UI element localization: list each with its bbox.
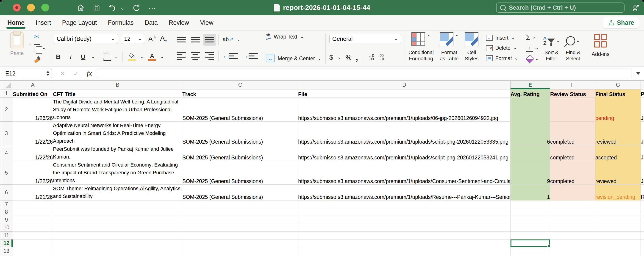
cell[interactable] <box>550 240 596 247</box>
cell[interactable] <box>53 255 182 256</box>
grow-font-button[interactable]: A＾ <box>148 35 157 43</box>
cell[interactable] <box>182 255 298 256</box>
cell[interactable] <box>182 232 298 240</box>
cell[interactable]: SOM-2025 (General Submissions) <box>182 145 298 161</box>
cell[interactable] <box>641 247 644 255</box>
find-select-button[interactable]: ⌄ Find &Select <box>566 32 580 65</box>
minimize-window-button[interactable] <box>27 4 35 12</box>
shrink-font-button[interactable]: A˅ <box>160 34 167 43</box>
cell[interactable]: Ju <box>641 145 644 161</box>
underline-button[interactable]: U <box>78 53 88 60</box>
column-header-e-selected[interactable]: E <box>510 81 550 90</box>
cell[interactable] <box>550 185 596 200</box>
cell[interactable] <box>13 247 53 255</box>
font-color-button[interactable]: A <box>148 53 157 61</box>
cell[interactable]: reviewed <box>596 122 641 145</box>
conditional-formatting-button[interactable]: ⌄ ConditionalFormatting <box>408 32 434 65</box>
row-header[interactable]: 9 <box>0 216 13 224</box>
wrap-text-button[interactable]: abc↩ Wrap Text ⌄ <box>266 33 322 40</box>
bold-button[interactable]: B <box>54 53 63 60</box>
cell[interactable] <box>596 232 641 240</box>
cell[interactable] <box>550 255 596 256</box>
formula-input[interactable] <box>97 68 632 78</box>
addins-button[interactable]: Add-ins <box>592 32 609 65</box>
cell[interactable] <box>53 247 182 255</box>
cell[interactable]: 9 <box>510 161 550 185</box>
cell[interactable]: 1/22/26 <box>13 122 53 145</box>
fill-button[interactable]: ↓ ⌄ <box>526 44 539 52</box>
align-left-button[interactable] <box>175 50 188 62</box>
save-icon[interactable] <box>93 4 100 12</box>
cell[interactable]: pending <box>596 98 641 122</box>
cell[interactable] <box>53 232 182 240</box>
name-box[interactable]: E12 <box>2 68 52 78</box>
currency-chevron-icon[interactable]: ⌄ <box>337 54 341 60</box>
borders-icon[interactable] <box>104 53 111 61</box>
fill-color-chevron-icon[interactable]: ⌄ <box>140 54 144 59</box>
row-header[interactable]: 5 <box>0 161 13 185</box>
cell[interactable]: Submitted On <box>13 90 53 98</box>
font-name-select[interactable]: Calibri (Body) ⌄ <box>54 34 118 44</box>
merge-center-button[interactable]: ↔ Merge & Center ⌄ <box>266 54 322 62</box>
cut-icon[interactable]: ✂ <box>34 33 46 40</box>
cell[interactable] <box>596 240 641 247</box>
cell[interactable]: revision_pending <box>596 185 641 200</box>
close-window-button[interactable] <box>13 4 21 12</box>
formula-bar-expand-icon[interactable] <box>636 72 640 75</box>
cell[interactable]: https://submisso.s3.amazonaws.com/premiu… <box>298 161 510 185</box>
paste-button[interactable]: Paste <box>6 32 28 65</box>
cell[interactable]: Ju <box>641 161 644 185</box>
cell[interactable] <box>510 98 550 122</box>
selected-cell-e12[interactable] <box>510 240 550 247</box>
cell[interactable] <box>550 216 596 224</box>
insert-cells-button[interactable]: Insert ⌄ <box>486 33 518 42</box>
comma-button[interactable]: , <box>356 52 358 62</box>
cell[interactable] <box>298 232 510 240</box>
undo-icon[interactable] <box>108 3 117 12</box>
cell[interactable] <box>550 208 596 216</box>
cell[interactable]: Adaptive Neural Networks for Real-Time E… <box>53 122 182 145</box>
cell[interactable] <box>510 216 550 224</box>
tab-view[interactable]: View <box>200 16 214 30</box>
cell[interactable]: 6 <box>510 122 550 145</box>
align-middle-button[interactable] <box>189 34 202 46</box>
row-header[interactable]: 10 <box>0 224 13 232</box>
font-size-select[interactable]: 12 ⌄ <box>121 34 145 44</box>
cell[interactable] <box>510 224 550 232</box>
row-header[interactable]: 14 <box>0 255 13 256</box>
cell[interactable] <box>550 232 596 240</box>
zoom-window-button[interactable] <box>41 4 49 12</box>
cell[interactable]: Ju <box>641 122 644 145</box>
redo-icon[interactable] <box>132 4 140 12</box>
undo-menu-chevron-icon[interactable]: ⌄ <box>120 5 124 11</box>
decrease-indent-button[interactable]: ← <box>221 50 240 62</box>
cell[interactable]: completed <box>550 145 596 161</box>
number-format-select[interactable]: General ⌄ <box>329 34 401 44</box>
format-as-table-button[interactable]: ⌄ Formatas Table <box>440 32 459 65</box>
copy-chevron-icon[interactable]: ⌄ <box>42 45 46 50</box>
home-icon[interactable] <box>76 4 85 12</box>
copy-icon[interactable] <box>34 44 40 52</box>
italic-button[interactable]: I <box>66 53 75 60</box>
row-header[interactable]: 8 <box>0 208 13 216</box>
cell[interactable] <box>298 224 510 232</box>
cell[interactable] <box>641 224 644 232</box>
cell[interactable] <box>53 216 182 224</box>
cell[interactable]: The Digital Divide and Mental Well-being… <box>53 98 182 122</box>
cell[interactable]: PeerSubmit was founded by Pankaj Kumar a… <box>53 145 182 161</box>
column-header-d[interactable]: D <box>298 81 510 90</box>
fill-color-button[interactable] <box>127 53 137 61</box>
cell[interactable] <box>510 145 550 161</box>
cell[interactable] <box>641 255 644 256</box>
cell[interactable] <box>510 247 550 255</box>
sort-filter-button[interactable]: AZ ⌄ Sort &Filter <box>543 32 560 65</box>
cell[interactable] <box>510 200 550 208</box>
cell[interactable] <box>182 240 298 247</box>
cell[interactable]: Avg. Rating <box>510 90 550 98</box>
column-header-a[interactable]: A <box>13 81 53 90</box>
percent-button[interactable]: % <box>346 54 352 61</box>
cell[interactable] <box>13 216 53 224</box>
currency-button[interactable]: $ <box>329 54 333 61</box>
cell[interactable] <box>13 232 53 240</box>
cell[interactable] <box>298 216 510 224</box>
